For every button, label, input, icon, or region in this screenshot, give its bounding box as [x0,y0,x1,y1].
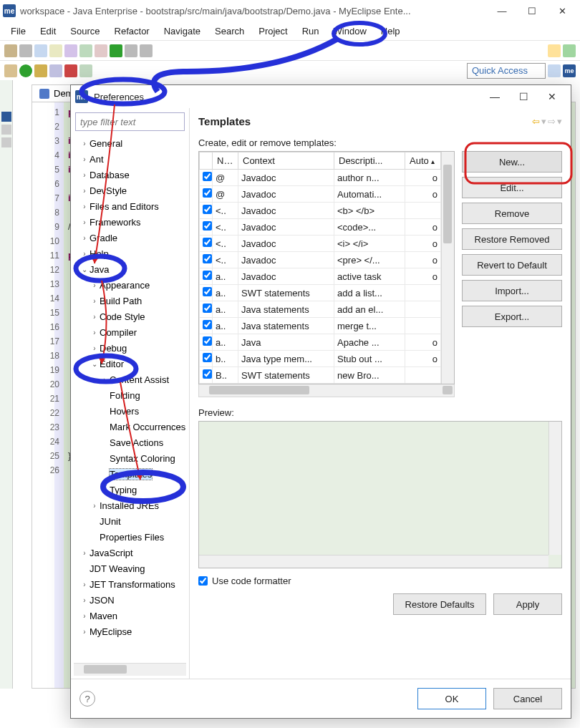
table-row[interactable]: a..Java statementsadd an el... [200,301,441,318]
row-checkbox[interactable] [203,287,212,296]
toolbar-icon[interactable] [563,44,576,57]
table-row[interactable]: a..SWT statementsadd a list... [200,285,441,301]
revert-button[interactable]: Revert to Default [462,254,562,276]
tree-item-help[interactable]: ›Help [74,246,189,261]
help-icon[interactable]: ? [79,691,95,707]
table-row[interactable]: a..JavaApache ...o [200,334,441,351]
tree-item-devstyle[interactable]: ›DevStyle [74,183,189,198]
chevron-right-icon[interactable]: › [79,187,90,195]
tree-item-templates[interactable]: Templates [74,466,189,482]
row-checkbox[interactable] [203,353,212,362]
table-row[interactable]: <..Javadoc<b> </b> [200,203,441,219]
menu-refactor[interactable]: Refactor [108,24,156,39]
menu-search[interactable]: Search [208,24,251,39]
tree-item-properties-files[interactable]: Properties Files [74,529,189,545]
toolbar-icon[interactable] [49,64,62,77]
row-checkbox[interactable] [203,320,212,329]
templates-table[interactable]: Na... Context Descripti... Auto ▴ @Javad… [198,151,455,384]
chevron-right-icon[interactable]: › [79,250,90,258]
table-row[interactable]: b..Java type mem...Stub out ...o [200,351,441,367]
chevron-right-icon[interactable]: › [90,329,100,336]
tree-item-syntax-coloring[interactable]: Syntax Coloring [74,450,189,466]
table-row[interactable]: <..Javadoc<code>...o [200,219,441,236]
close-button[interactable]: ✕ [547,1,577,21]
chevron-right-icon[interactable]: › [79,155,90,163]
toolbar-icon[interactable] [548,44,561,57]
chevron-right-icon[interactable]: › [90,313,100,321]
tree-item-database[interactable]: ›Database [74,167,189,183]
table-row[interactable]: <..Javadoc<pre> </...o [200,252,441,268]
tree-item-jdt-weaving[interactable]: JDT Weaving [74,560,189,576]
chevron-right-icon[interactable]: › [79,140,90,147]
tree-item-javascript[interactable]: ›JavaScript [74,545,189,560]
tree-item-debug[interactable]: ›Debug [74,340,189,356]
row-checkbox[interactable] [203,369,212,379]
edit-button[interactable]: Edit... [462,177,562,198]
menu-window[interactable]: Window [327,24,373,39]
quick-access-input[interactable] [467,63,546,79]
chevron-right-icon[interactable]: › [90,502,100,510]
row-checkbox[interactable] [203,238,212,247]
menu-run[interactable]: Run [296,24,326,39]
tree-item-build-path[interactable]: ›Build Path [74,293,189,309]
new-button[interactable]: New... [462,151,562,173]
tree-item-hovers[interactable]: Hovers [74,403,189,419]
table-row[interactable]: @JavadocAutomati...o [200,186,441,203]
dropdown-icon[interactable]: ▾ [557,116,562,127]
tree-item-files-and-editors[interactable]: ›Files and Editors [74,198,189,214]
toolbar-icon[interactable] [125,44,137,57]
apply-button[interactable]: Apply [493,593,562,615]
toolbar-icon[interactable] [34,64,47,77]
toolbar-icon[interactable] [548,64,561,77]
minimize-button[interactable]: — [487,1,517,21]
table-row[interactable]: B..SWT statementsnew Bro... [200,367,441,384]
cancel-button[interactable]: Cancel [493,688,562,709]
filter-input[interactable] [75,112,185,131]
chevron-right-icon[interactable]: › [79,549,90,557]
row-checkbox[interactable] [203,205,212,214]
preferences-tree[interactable]: ›General›Ant›Database›DevStyle›Files and… [71,135,189,663]
tree-item-content-assist[interactable]: ›Content Assist [74,372,189,387]
gutter-icon[interactable] [1,125,11,135]
maximize-button[interactable]: ☐ [517,1,547,21]
tree-item-junit[interactable]: JUnit [74,513,189,529]
tree-item-jet-transformations[interactable]: ›JET Transformations [74,576,189,592]
tree-item-frameworks[interactable]: ›Frameworks [74,214,189,230]
table-hscrollbar[interactable] [198,384,455,397]
dialog-close-button[interactable]: ✕ [538,87,566,107]
toolbar-icon[interactable] [4,64,17,77]
tree-item-maven[interactable]: ›Maven [74,608,189,623]
toolbar-icon[interactable] [79,64,92,77]
tree-item-json[interactable]: ›JSON [74,592,189,608]
dialog-minimize-button[interactable]: — [480,87,509,107]
tree-item-save-actions[interactable]: Save Actions [74,435,189,450]
tree-item-mark-occurrences[interactable]: Mark Occurrences [74,419,189,435]
chevron-right-icon[interactable]: › [79,203,90,210]
row-checkbox[interactable] [203,221,212,230]
toolbar-icon[interactable] [34,44,47,57]
tree-item-general[interactable]: ›General [74,135,189,151]
tree-item-myeclipse[interactable]: ›MyEclipse [74,623,189,639]
tree-item-ant[interactable]: ›Ant [74,151,189,167]
toolbar-icon[interactable] [140,44,153,57]
tree-item-appearance[interactable]: ›Appearance [74,277,189,293]
chevron-down-icon[interactable]: ⌄ [79,266,90,273]
toolbar-icon[interactable] [49,44,62,57]
tree-item-editor[interactable]: ⌄Editor [74,356,189,372]
chevron-right-icon[interactable]: › [79,171,90,179]
table-row[interactable]: a..Java statementsmerge t... [200,318,441,334]
row-checkbox[interactable] [203,254,212,263]
row-checkbox[interactable] [203,336,212,346]
chevron-right-icon[interactable]: › [79,596,90,604]
toolbar-icon[interactable] [64,44,77,57]
gutter-icon[interactable] [1,137,11,147]
chevron-right-icon[interactable]: › [79,581,90,588]
back-icon[interactable]: ⇦ [532,116,540,127]
stop-icon[interactable] [64,64,77,77]
run-icon[interactable] [110,44,122,57]
perspective-icon[interactable]: me [563,64,576,77]
row-checkbox[interactable] [203,304,212,313]
toolbar-icon[interactable] [4,44,17,57]
row-checkbox[interactable] [203,271,212,280]
remove-button[interactable]: Remove [462,203,562,224]
